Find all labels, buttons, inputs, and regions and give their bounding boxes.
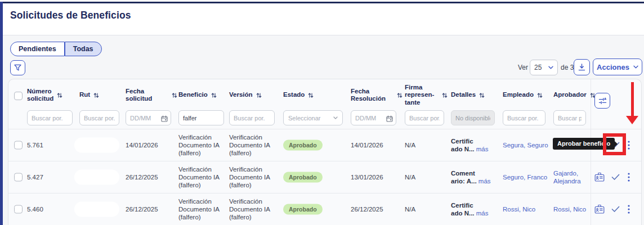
version-cell: Verificación Documento IA (falfero) (229, 133, 276, 157)
download-icon (578, 64, 585, 71)
fecha-solicitud-cell: 26/12/2025 (126, 205, 158, 213)
sort-icon[interactable] (479, 92, 485, 98)
numero-filter-input[interactable] (27, 110, 73, 125)
column-header-aprobador[interactable]: Aprobador (553, 82, 596, 108)
mas-link[interactable]: más (476, 210, 489, 217)
sort-icon[interactable] (308, 92, 314, 98)
mas-link[interactable]: más (478, 178, 491, 184)
column-header-fecha-solicitud[interactable]: Fechasolicitud (126, 82, 177, 108)
version-filter-input[interactable] (229, 110, 275, 125)
numero-cell: 5.427 (27, 173, 43, 181)
acciones-button-label: Acciones (597, 63, 629, 71)
beneficio-filter-input[interactable] (178, 110, 224, 125)
beneficio-cell: Verificación Documento IA (falfero) (178, 133, 226, 157)
tab-pendientes[interactable]: Pendientes (10, 42, 65, 56)
approve-check-icon[interactable] (611, 206, 620, 213)
fecha-resolucion-filter-input[interactable] (351, 110, 396, 125)
column-header-empleado[interactable]: Empleado (503, 82, 543, 108)
row-checkbox[interactable] (14, 173, 23, 181)
sort-icon[interactable] (397, 92, 402, 98)
column-header-firma-representante[interactable]: Firmarepresen-tante (405, 82, 448, 108)
page-size-select[interactable]: 25 (530, 60, 558, 75)
fecha-solicitud-cell: 26/12/2025 (126, 173, 158, 181)
detalles-cell: Certific ado N... más (451, 201, 498, 217)
firma-cell: N/A (405, 205, 415, 213)
annotation-arrow-line (631, 82, 634, 116)
sort-icon[interactable] (211, 92, 217, 98)
sort-icon[interactable] (172, 92, 177, 98)
aprobador-link[interactable]: Rossi, Nico (553, 205, 591, 213)
column-header-estado[interactable]: Estado (283, 82, 314, 108)
sort-icon[interactable] (57, 92, 62, 98)
estado-filter-select[interactable]: Seleccionar (283, 110, 343, 125)
panel-top-border (0, 2, 644, 3)
table-row: 5.460 26/12/2025 Verificación Documento … (8, 193, 641, 225)
column-header-detalles[interactable]: Detalles (451, 82, 485, 108)
redacted-rut (74, 201, 119, 217)
fecha-resolucion-cell: 14/01/2026 (351, 141, 383, 149)
estado-filter-placeholder: Seleccionar (288, 115, 320, 122)
page-size-label: Ver (518, 64, 528, 71)
page-size-value: 25 (534, 64, 542, 71)
empleado-link[interactable]: Seguro, Franco (503, 173, 547, 181)
sort-icon[interactable] (256, 92, 262, 98)
sort-icon[interactable] (93, 92, 99, 98)
rut-filter-input[interactable] (79, 110, 119, 125)
column-header-rut[interactable]: Rut (79, 82, 99, 108)
beneficio-cell: Verificación Documento IA (falfero) (178, 165, 226, 189)
empleado-link[interactable]: Rossi, Nico (503, 205, 535, 213)
redacted-rut (74, 169, 119, 184)
page-title: Solicitudes de Beneficios (10, 10, 131, 21)
firma-cell: N/A (405, 141, 415, 149)
row-checkbox[interactable] (14, 141, 23, 149)
fecha-solicitud-filter (126, 110, 171, 125)
column-settings-icon (598, 97, 607, 105)
column-header-numero-solicitud[interactable]: Númerosolicitud (27, 82, 62, 108)
approve-check-icon[interactable] (611, 174, 620, 181)
sort-icon[interactable] (442, 92, 448, 98)
kebab-menu-icon[interactable] (628, 173, 630, 182)
download-button[interactable] (574, 59, 590, 75)
chevron-down-icon (333, 116, 338, 119)
title-divider (3, 35, 644, 35)
id-badge-icon[interactable] (594, 172, 605, 182)
column-header-fecha-resolucion[interactable]: FechaResolución (351, 82, 402, 108)
aprobador-link[interactable]: Gajardo, Alejandra (553, 169, 591, 185)
fecha-resolucion-cell: 26/12/2025 (351, 205, 383, 213)
aprobador-filter-input[interactable] (553, 110, 586, 125)
status-badge: Aprobado (283, 140, 323, 150)
version-cell: Verificación Documento IA (falfero) (229, 165, 276, 189)
tab-group: Pendientes Todas (10, 42, 102, 56)
redacted-rut (74, 137, 119, 152)
tab-todas[interactable]: Todas (65, 42, 102, 56)
sort-icon[interactable] (537, 92, 543, 98)
benefits-requests-page: Solicitudes de Beneficios Pendientes Tod… (0, 0, 644, 225)
beneficio-cell: Verificación Documento IA (falfero) (178, 197, 226, 221)
column-settings-button[interactable] (594, 93, 610, 109)
chevron-down-icon (548, 66, 553, 69)
detalles-cell: Certific ado N... más (451, 137, 498, 153)
select-all-checkbox[interactable] (14, 92, 23, 100)
mas-link[interactable]: más (476, 146, 489, 152)
filter-button[interactable] (10, 60, 25, 75)
fecha-solicitud-filter-input[interactable] (126, 110, 171, 125)
row-checkbox[interactable] (14, 205, 23, 213)
empleado-filter-input[interactable] (503, 110, 545, 125)
firma-filter-input[interactable] (405, 110, 444, 125)
kebab-menu-icon[interactable] (628, 141, 630, 150)
empleado-link[interactable]: Segura, Seguro (503, 141, 548, 149)
acciones-button[interactable]: Acciones (593, 58, 642, 75)
table-row: 5.761 14/01/2026 Verificación Documento … (8, 129, 641, 161)
status-badge: Aprobado (283, 172, 323, 182)
fecha-resolucion-filter (351, 110, 396, 125)
numero-cell: 5.761 (27, 141, 43, 149)
id-badge-icon[interactable] (594, 204, 605, 214)
kebab-menu-icon[interactable] (628, 205, 630, 214)
annotation-arrow-head (626, 116, 638, 124)
fecha-resolucion-cell: 13/01/2026 (351, 173, 383, 181)
numero-cell: 5.460 (27, 205, 43, 213)
table-row: 5.427 26/12/2025 Verificación Documento … (8, 161, 641, 193)
column-header-beneficio[interactable]: Beneficio (178, 82, 217, 108)
chevron-down-icon (633, 65, 638, 69)
column-header-version[interactable]: Versión (229, 82, 262, 108)
